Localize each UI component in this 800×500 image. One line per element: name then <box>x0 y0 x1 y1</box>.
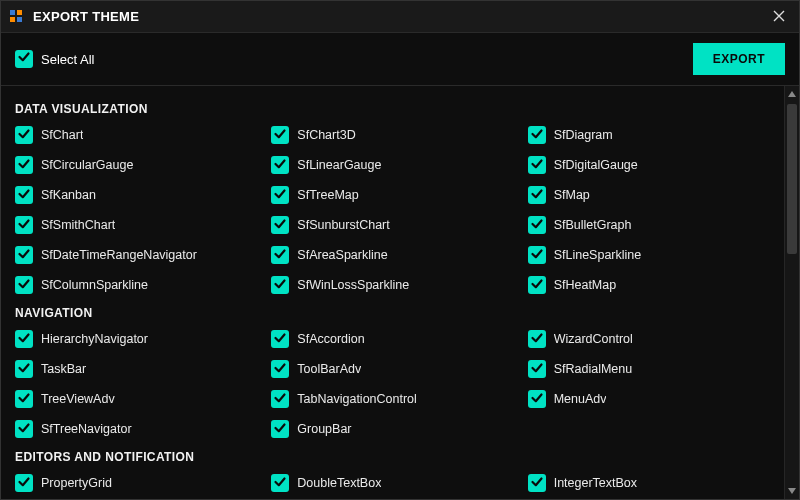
item-checkbox[interactable] <box>15 156 33 174</box>
item-checkbox[interactable] <box>271 276 289 294</box>
scroll-thumb[interactable] <box>787 104 797 254</box>
checkmark-icon <box>17 391 31 408</box>
item-checkbox[interactable] <box>271 246 289 264</box>
svg-rect-2 <box>10 17 15 22</box>
checkmark-icon <box>273 361 287 378</box>
list-item: SfChart3D <box>271 126 519 144</box>
item-checkbox[interactable] <box>528 276 546 294</box>
item-checkbox[interactable] <box>528 186 546 204</box>
checkmark-icon <box>530 157 544 174</box>
item-checkbox[interactable] <box>15 420 33 438</box>
vertical-scrollbar[interactable] <box>784 86 799 499</box>
section-grid: HierarchyNavigatorSfAccordionWizardContr… <box>15 330 776 438</box>
scroll-up-arrow[interactable] <box>785 86 799 102</box>
list-item: SfSunburstChart <box>271 216 519 234</box>
section-grid: PropertyGridDoubleTextBoxIntegerTextBox <box>15 474 776 492</box>
checkmark-icon <box>17 421 31 438</box>
export-button[interactable]: EXPORT <box>693 43 785 75</box>
scroll-down-arrow[interactable] <box>785 483 799 499</box>
list-item: SfAccordion <box>271 330 519 348</box>
list-item: TabNavigationControl <box>271 390 519 408</box>
item-checkbox[interactable] <box>528 246 546 264</box>
item-checkbox[interactable] <box>271 360 289 378</box>
list-item: GroupBar <box>271 420 519 438</box>
item-checkbox[interactable] <box>271 420 289 438</box>
item-label: SfBulletGraph <box>554 218 632 232</box>
item-checkbox[interactable] <box>15 216 33 234</box>
checkmark-icon <box>273 187 287 204</box>
svg-rect-3 <box>17 17 22 22</box>
list-item: SfLineSparkline <box>528 246 776 264</box>
checkmark-icon <box>17 247 31 264</box>
list-item: ToolBarAdv <box>271 360 519 378</box>
item-checkbox[interactable] <box>15 186 33 204</box>
item-label: TreeViewAdv <box>41 392 115 406</box>
item-checkbox[interactable] <box>528 474 546 492</box>
select-all-label: Select All <box>41 52 94 67</box>
checkmark-icon <box>273 475 287 492</box>
item-checkbox[interactable] <box>15 246 33 264</box>
checkmark-icon <box>17 50 31 68</box>
item-label: ToolBarAdv <box>297 362 361 376</box>
checkmark-icon <box>273 157 287 174</box>
item-checkbox[interactable] <box>15 474 33 492</box>
item-label: GroupBar <box>297 422 351 436</box>
item-label: SfKanban <box>41 188 96 202</box>
section-header: DATA VISUALIZATION <box>15 102 776 116</box>
checkmark-icon <box>530 277 544 294</box>
checkmark-icon <box>273 277 287 294</box>
section-grid: SfChartSfChart3DSfDiagramSfCircularGauge… <box>15 126 776 294</box>
item-checkbox[interactable] <box>15 330 33 348</box>
item-label: DoubleTextBox <box>297 476 381 490</box>
item-checkbox[interactable] <box>528 330 546 348</box>
item-checkbox[interactable] <box>528 360 546 378</box>
svg-rect-1 <box>17 10 22 15</box>
item-label: PropertyGrid <box>41 476 112 490</box>
item-checkbox[interactable] <box>528 216 546 234</box>
item-checkbox[interactable] <box>15 360 33 378</box>
item-checkbox[interactable] <box>15 276 33 294</box>
item-checkbox[interactable] <box>271 156 289 174</box>
item-checkbox[interactable] <box>271 126 289 144</box>
select-all-checkbox[interactable] <box>15 50 33 68</box>
list-item: SfAreaSparkline <box>271 246 519 264</box>
list-item: SfRadialMenu <box>528 360 776 378</box>
checkmark-icon <box>530 187 544 204</box>
item-checkbox[interactable] <box>528 390 546 408</box>
app-icon <box>9 9 25 25</box>
list-item: SfDiagram <box>528 126 776 144</box>
checkmark-icon <box>273 247 287 264</box>
item-label: SfChart <box>41 128 83 142</box>
item-checkbox[interactable] <box>271 186 289 204</box>
item-label: SfSunburstChart <box>297 218 389 232</box>
close-button[interactable] <box>767 5 791 29</box>
checkmark-icon <box>530 331 544 348</box>
item-label: TabNavigationControl <box>297 392 417 406</box>
checkmark-icon <box>273 217 287 234</box>
item-label: TaskBar <box>41 362 86 376</box>
checkmark-icon <box>273 421 287 438</box>
checkmark-icon <box>17 157 31 174</box>
item-label: SfAccordion <box>297 332 364 346</box>
item-label: SfRadialMenu <box>554 362 633 376</box>
checkmark-icon <box>17 331 31 348</box>
item-checkbox[interactable] <box>528 126 546 144</box>
list-item: SfTreeMap <box>271 186 519 204</box>
section: EDITORS AND NOTIFICATIONPropertyGridDoub… <box>15 450 776 492</box>
list-item: SfChart <box>15 126 263 144</box>
item-checkbox[interactable] <box>271 474 289 492</box>
item-checkbox[interactable] <box>528 156 546 174</box>
item-checkbox[interactable] <box>271 330 289 348</box>
list-item: SfWinLossSparkline <box>271 276 519 294</box>
checkmark-icon <box>17 475 31 492</box>
item-checkbox[interactable] <box>271 216 289 234</box>
item-label: SfLinearGauge <box>297 158 381 172</box>
item-checkbox[interactable] <box>15 126 33 144</box>
window-title: EXPORT THEME <box>33 9 767 24</box>
item-label: SfWinLossSparkline <box>297 278 409 292</box>
item-label: SfTreeMap <box>297 188 358 202</box>
close-icon <box>773 8 785 26</box>
item-checkbox[interactable] <box>271 390 289 408</box>
list-item: HierarchyNavigator <box>15 330 263 348</box>
item-checkbox[interactable] <box>15 390 33 408</box>
